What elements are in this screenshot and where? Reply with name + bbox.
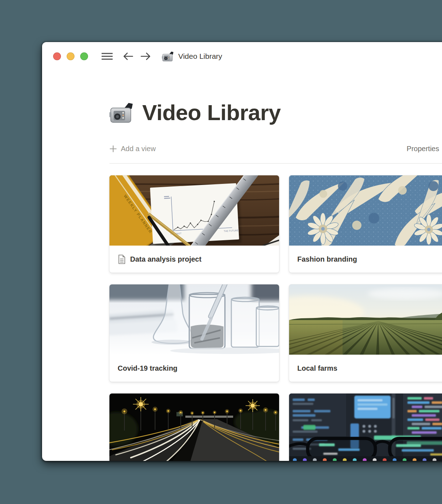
app-window: Video Library Video Library [42,42,442,461]
traffic-light-minimize[interactable] [67,52,74,60]
forward-button[interactable] [140,52,151,61]
card-cover-night-highway [109,394,279,461]
card-title: Local farms [297,364,337,372]
card-cover-farm-field [289,284,442,355]
gallery-card-local-farms[interactable]: Local farms [289,284,442,382]
plus-icon [109,145,117,153]
back-arrow-icon [123,52,134,61]
titlebar-page-icon [162,51,174,62]
card-caption: Fashion branding [289,246,442,273]
page-title: Video Library [142,100,281,125]
card-caption: Data analysis project [109,246,279,273]
add-view-label: Add a view [121,145,156,153]
back-button[interactable] [123,52,134,61]
desk-chart-illustration: WEEKLY PLANNER [109,175,279,246]
page-header: Video Library [109,97,442,128]
page-content: Video Library Add a view Properties [42,97,442,461]
card-title: Covid-19 tracking [118,364,178,372]
hamburger-menu-button[interactable] [101,52,113,61]
gallery-card-data-analysis[interactable]: WEEKLY PLANNER [109,175,279,273]
card-cover-desk-chart: WEEKLY PLANNER [109,175,279,246]
traffic-light-zoom[interactable] [80,52,88,60]
video-camera-page-icon [109,102,134,123]
page-icon-button[interactable] [109,102,134,123]
gallery-card-night-highway[interactable] [109,394,279,461]
titlebar-page-title: Video Library [178,52,222,61]
forward-arrow-icon [140,52,151,61]
card-title: Data analysis project [130,255,201,263]
window-titlebar: Video Library [53,52,222,61]
hamburger-menu-icon [101,52,113,61]
floral-pattern-illustration [289,175,442,246]
lab-glassware-illustration [109,284,279,355]
traffic-light-close[interactable] [53,52,61,60]
card-cover-lab-glassware [109,284,279,355]
gallery-card-covid-tracking[interactable]: Covid-19 tracking [109,284,279,382]
toolbar-divider [109,163,442,164]
card-caption: Local farms [289,355,442,382]
farm-field-illustration [289,284,442,355]
night-highway-illustration [109,394,279,461]
card-cover-blue-floral [289,175,442,246]
properties-button[interactable]: Properties [407,145,439,153]
card-caption: Covid-19 tracking [109,355,279,382]
add-view-button[interactable]: Add a view [109,145,156,153]
video-camera-icon [162,51,174,62]
card-title: Fashion branding [297,255,357,263]
view-toolbar: Add a view Properties [109,143,439,154]
card-cover-code-screens [289,394,442,461]
gallery-card-code-screens[interactable] [289,394,442,461]
document-icon [118,254,126,264]
gallery-grid: WEEKLY PLANNER [109,175,442,461]
code-screens-illustration [289,394,442,461]
gallery-card-fashion-branding[interactable]: Fashion branding [289,175,442,273]
